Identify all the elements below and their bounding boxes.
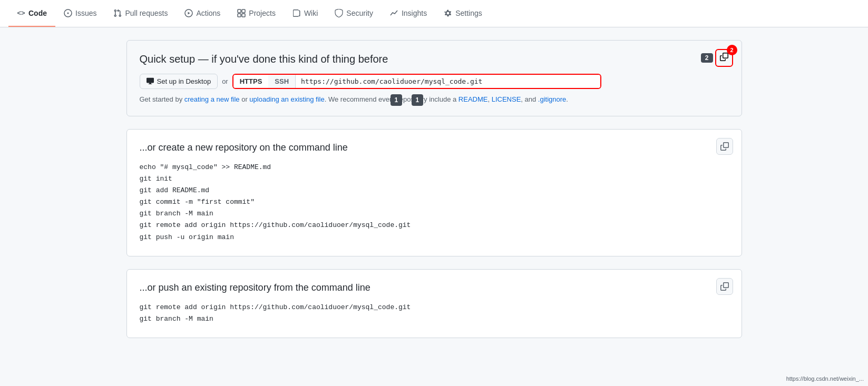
actions-icon — [184, 9, 193, 17]
create-new-repo-section: ...or create a new repository on the com… — [126, 129, 742, 256]
main-content: Quick setup — if you've done this kind o… — [118, 27, 750, 363]
nav-item-projects[interactable]: Projects — [229, 0, 284, 27]
push-code-block: git remote add origin https://github.com… — [140, 302, 729, 325]
tooltip-2-container: 1 — [412, 94, 424, 106]
code-line-2: git init — [140, 173, 729, 185]
insights-icon — [390, 9, 398, 17]
clipboard-icon-3 — [720, 282, 729, 291]
push-section-title: ...or push an existing repository from t… — [140, 282, 729, 293]
hint-text: Get started by creating a new file or up… — [140, 95, 729, 103]
repo-url-display: https://github.com/caoliduoer/mysql_code… — [295, 75, 600, 88]
pull-requests-icon — [113, 9, 122, 17]
nav-item-wiki[interactable]: Wiki — [284, 0, 326, 27]
svg-rect-4 — [242, 9, 245, 13]
code-line-4: git commit -m "first commit" — [140, 196, 729, 208]
https-tab[interactable]: HTTPS — [233, 75, 269, 88]
url-tabs-container: HTTPS SSH https://github.com/caoliduoer/… — [232, 74, 601, 89]
svg-point-1 — [67, 12, 69, 14]
create-new-file-link[interactable]: creating a new file — [184, 95, 240, 103]
or-separator: or — [222, 77, 228, 85]
top-navigation: <> Code Issues Pull requests Actions Pro… — [0, 0, 868, 27]
code-line-1: echo "# mysql_code" >> README.md — [140, 162, 729, 173]
code-line-7: git push -u origin main — [140, 232, 729, 243]
code-line-6: git remote add origin https://github.com… — [140, 220, 729, 231]
code-line-5: git branch -M main — [140, 208, 729, 220]
readme-link[interactable]: README — [459, 95, 488, 103]
quick-setup-section: Quick setup — if you've done this kind o… — [126, 40, 742, 116]
tooltip-1-container: 1 — [391, 94, 403, 106]
tooltip-2: 1 — [412, 94, 424, 106]
badge-circle: 2 — [727, 45, 737, 55]
clipboard-icon — [720, 53, 728, 63]
nav-item-issues[interactable]: Issues — [55, 0, 105, 27]
clipboard-icon-2 — [720, 142, 729, 151]
nav-item-insights[interactable]: Insights — [382, 0, 435, 27]
license-link[interactable]: LICENSE — [492, 95, 521, 103]
quick-setup-title: Quick setup — if you've done this kind o… — [140, 53, 729, 65]
create-code-block: echo "# mysql_code" >> README.md git ini… — [140, 162, 729, 243]
push-code-line-2: git branch -M main — [140, 313, 729, 325]
copy-button-area: 2 2 — [701, 49, 733, 67]
nav-item-actions[interactable]: Actions — [176, 0, 229, 27]
svg-rect-6 — [242, 14, 245, 17]
url-row: Set up in Desktop or HTTPS SSH https://g… — [140, 74, 729, 89]
nav-item-settings[interactable]: Settings — [435, 0, 491, 27]
ssh-tab[interactable]: SSH — [268, 75, 295, 88]
security-icon — [335, 9, 343, 17]
push-existing-section: ...or push an existing repository from t… — [126, 269, 742, 338]
tooltip-1: 1 — [391, 94, 403, 106]
nav-item-security[interactable]: Security — [326, 0, 382, 27]
gitignore-link[interactable]: .gitignore — [538, 95, 566, 103]
wiki-icon — [292, 9, 301, 17]
code-icon: <> — [17, 9, 25, 17]
copy-code-button[interactable] — [716, 138, 733, 155]
code-line-3: git add README.md — [140, 185, 729, 196]
settings-icon — [444, 9, 452, 17]
svg-rect-5 — [238, 14, 241, 17]
setup-desktop-button[interactable]: Set up in Desktop — [140, 74, 218, 89]
url-tab-buttons: HTTPS SSH — [233, 75, 295, 88]
nav-item-pull-requests[interactable]: Pull requests — [105, 0, 176, 27]
copy-count-badge: 2 — [701, 53, 713, 63]
nav-item-code[interactable]: <> Code — [8, 0, 55, 27]
desktop-icon — [147, 77, 154, 86]
create-section-title: ...or create a new repository on the com… — [140, 142, 729, 153]
projects-icon — [237, 9, 246, 17]
copy-push-code-button[interactable] — [716, 278, 733, 295]
push-code-line-1: git remote add origin https://github.com… — [140, 302, 729, 313]
svg-rect-3 — [238, 9, 241, 13]
issues-icon — [64, 9, 72, 17]
upload-existing-link[interactable]: uploading an existing file — [249, 95, 324, 103]
